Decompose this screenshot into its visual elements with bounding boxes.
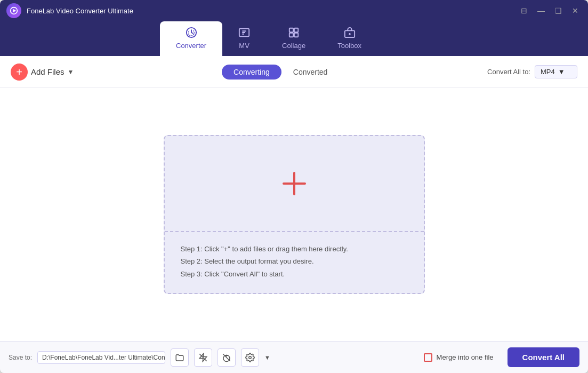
merge-label: Merge into one file <box>437 353 494 361</box>
window-controls: ⊟ — ❑ ✕ <box>518 4 582 17</box>
merge-checkbox[interactable] <box>424 353 432 362</box>
captions-button[interactable]: ⊟ <box>518 4 530 17</box>
format-select-dropdown[interactable]: MP4 ▼ <box>535 65 577 78</box>
svg-rect-7 <box>294 33 298 37</box>
drop-zone-instructions: Step 1: Click "+" to add files or drag t… <box>165 232 424 293</box>
svg-point-17 <box>249 356 252 359</box>
flash-off-button[interactable] <box>194 348 212 367</box>
format-value: MP4 <box>541 68 555 76</box>
settings-dropdown-icon[interactable]: ▼ <box>264 354 270 361</box>
step3-text: Step 3: Click "Convert All" to start. <box>181 268 408 280</box>
tab-collage-label: Collage <box>282 42 305 50</box>
svg-rect-5 <box>294 28 298 32</box>
tab-converter-label: Converter <box>176 42 206 50</box>
tab-mv-label: MV <box>239 42 249 50</box>
drop-zone[interactable]: Step 1: Click "+" to add files or drag t… <box>164 135 425 294</box>
main-content: Step 1: Click "+" to add files or drag t… <box>0 88 588 341</box>
svg-marker-1 <box>13 9 16 12</box>
convert-all-button[interactable]: Convert All <box>508 347 579 367</box>
save-path-value: D:\FoneLab\FoneLab Vid...ter Ultimate\Co… <box>42 354 165 361</box>
add-files-dropdown-icon[interactable]: ▼ <box>68 68 74 76</box>
add-files-label: Add Files <box>31 67 65 76</box>
convert-all-to-group: Convert All to: MP4 ▼ <box>487 65 577 78</box>
tab-toolbox-label: Toolbox <box>337 42 361 50</box>
tab-converting[interactable]: Converting <box>222 65 281 80</box>
open-folder-button[interactable] <box>171 348 189 367</box>
toolbar: + Add Files ▼ Converting Converted Conve… <box>0 56 588 88</box>
maximize-button[interactable]: ❑ <box>552 4 565 17</box>
add-files-plus-icon: + <box>11 64 28 81</box>
app-title: FoneLab Video Converter Ultimate <box>27 7 518 15</box>
main-window: FoneLab Video Converter Ultimate ⊟ — ❑ ✕… <box>0 0 588 373</box>
tab-mv[interactable]: MV <box>222 21 266 56</box>
merge-group: Merge into one file <box>424 353 494 362</box>
convert-all-to-label: Convert All to: <box>487 68 530 76</box>
drop-zone-plus-button[interactable] <box>165 136 424 232</box>
step2-text: Step 2: Select the output format you des… <box>181 255 408 267</box>
tab-toolbox[interactable]: Toolbox <box>321 21 377 56</box>
svg-rect-6 <box>289 33 293 37</box>
footer: Save to: D:\FoneLab\FoneLab Vid...ter Ul… <box>0 341 588 373</box>
format-dropdown-icon: ▼ <box>558 68 565 76</box>
step1-text: Step 1: Click "+" to add files or drag t… <box>181 243 408 255</box>
close-button[interactable]: ✕ <box>569 4 582 17</box>
status-tab-group: Converting Converted <box>222 65 339 80</box>
nav-tabs: Converter MV Collage <box>0 21 588 56</box>
plus-icon <box>281 170 308 197</box>
titlebar: FoneLab Video Converter Ultimate ⊟ — ❑ ✕ <box>0 0 588 21</box>
save-path-dropdown[interactable]: D:\FoneLab\FoneLab Vid...ter Ultimate\Co… <box>37 351 165 364</box>
settings-button[interactable] <box>241 348 259 367</box>
minimize-button[interactable]: — <box>535 4 547 17</box>
tab-collage[interactable]: Collage <box>266 21 321 56</box>
app-logo <box>6 3 21 18</box>
speed-off-button[interactable] <box>218 348 236 367</box>
add-files-button[interactable]: + Add Files ▼ <box>11 64 74 81</box>
tab-converter[interactable]: Converter <box>160 21 222 56</box>
svg-rect-4 <box>289 28 293 32</box>
tab-converted[interactable]: Converted <box>281 65 340 80</box>
save-to-label: Save to: <box>9 354 32 361</box>
